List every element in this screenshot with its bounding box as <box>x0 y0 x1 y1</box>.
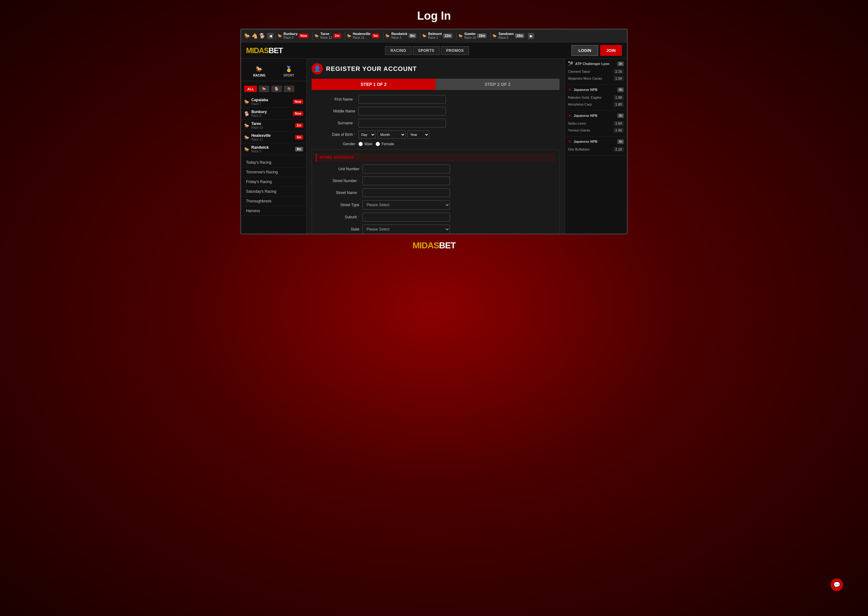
sidebar-link-harness[interactable]: Harness <box>241 206 306 216</box>
suburb-label: Suburb * <box>316 215 359 219</box>
surname-label: Surname * <box>312 121 355 125</box>
race-bar-prev[interactable]: ◀ <box>267 33 274 39</box>
nav-promos[interactable]: Promos <box>441 46 469 55</box>
race-item-taree[interactable]: 🐎 Taree Race 12 2m <box>312 31 343 40</box>
sidebar-link-saturdays-racing[interactable]: Saturday's Racing <box>241 187 306 196</box>
race-item-gawler[interactable]: 🐎 Gawler Race 10 15m <box>456 31 488 40</box>
npb2-name: Japanese NPB <box>573 114 597 118</box>
npb3-time: 4h <box>617 139 624 144</box>
capalaba-badge: Now <box>293 99 303 104</box>
sidebar-link-todays-racing[interactable]: Today's Racing <box>241 158 306 167</box>
right-panel: 🎾 ATP Challenger Lyon 3h Clement Tabur 2… <box>564 59 627 234</box>
odds-row-hiroshima: Hiroshima Carp 1.80 <box>568 101 624 108</box>
unit-number-label: Unit Number <box>316 167 359 171</box>
dob-row: Day 12345 678910 1112131415 1617181920 2… <box>359 130 446 139</box>
registration-form-area: 👤 REGISTER YOUR ACCOUNT Step 1 of 2 Step… <box>307 59 564 234</box>
street-type-select[interactable]: Please Select StreetAvenueRoad DrivePlac… <box>362 200 450 210</box>
state-select[interactable]: Please Select ACTNSWNTQLD SATASVICWA <box>362 225 450 234</box>
rakuten-name: Rakuten Gold. Eagles <box>568 96 602 99</box>
sidebar-race-capalaba[interactable]: 🐎 Capalaba Race 7 Now <box>241 96 306 108</box>
baseball-icon-3: ✕ <box>568 139 572 144</box>
odds-row-yomiuri: Yomiuri Giants 1.46 <box>568 127 624 134</box>
race-item-sandown[interactable]: 🐎 Sandown Race 5 18m <box>490 31 526 40</box>
surname-group: Surname * <box>312 119 559 127</box>
sidebar-race-taree[interactable]: 🐎 Taree Race 12 2m <box>241 119 306 132</box>
healesville-icon: 🐎 <box>244 135 249 140</box>
race-badge-2m: 2m <box>334 33 341 38</box>
gender-female-option: Female <box>376 142 394 146</box>
middle-name-input[interactable] <box>359 107 446 116</box>
nav-sports[interactable]: Sports <box>413 46 440 55</box>
taree-icon: 🐎 <box>244 123 249 128</box>
suburb-input[interactable] <box>362 213 450 222</box>
horse-racing-icon-5: 🐎 <box>422 34 427 38</box>
seibu-odds[interactable]: 2.64 <box>614 121 624 126</box>
dob-label: Date of Birth * <box>312 132 355 137</box>
login-button[interactable]: LOGIN <box>571 45 598 56</box>
dob-month-select[interactable]: Month JanuaryFebruaryMarch AprilMayJune … <box>378 130 406 139</box>
nav-racing[interactable]: Racing <box>385 46 411 55</box>
page-title: Log In <box>417 9 451 22</box>
join-button[interactable]: JOIN <box>600 45 622 56</box>
alejandro-odds[interactable]: 1.59 <box>614 76 624 81</box>
street-name-input[interactable] <box>362 189 450 197</box>
sidebar-links: Today's Racing Tomorrow's Racing Friday'… <box>241 158 306 216</box>
orix-name: Orix Buffaloes <box>568 148 589 151</box>
race-item-bunbury[interactable]: 🐎 Bunbury Race 3 Now <box>276 31 310 40</box>
bunbury-icon: 🐕 <box>244 111 249 116</box>
sidebar-link-thoroughbreds[interactable]: Thoroughbreds <box>241 196 306 206</box>
npb1-time: 4h <box>617 88 624 92</box>
yomiuri-name: Yomiuri Giants <box>568 128 590 132</box>
home-address-label: HOME ADDRESS <box>316 153 555 162</box>
racing-tab-label: Racing <box>253 74 265 77</box>
npb2-time: 4h <box>617 113 624 118</box>
sidebar: 🐎 Racing 🏅 Sport ALL 🐎 🐕 🏇 🐎 Capa <box>241 59 307 234</box>
tennis-icon: 🎾 <box>568 61 573 66</box>
race-item-randwick[interactable]: 🐎 Randwick Race 3 8m <box>383 31 418 40</box>
filter-dog-button[interactable]: 🐕 <box>271 86 282 92</box>
sidebar-tab-racing[interactable]: 🐎 Racing <box>250 64 268 79</box>
dob-day-select[interactable]: Day 12345 678910 1112131415 1617181920 2… <box>359 130 376 139</box>
baseball-icon-1: ✕ <box>568 87 572 92</box>
sidebar-tab-sport[interactable]: 🏅 Sport <box>280 64 297 79</box>
race-bar-type-icons: 🐎 🐴 🐕 <box>244 33 265 39</box>
sidebar-race-healesville[interactable]: 🐎 Healesville Race 11 5m <box>241 132 306 143</box>
street-number-input[interactable] <box>362 176 450 185</box>
randwick-icon: 🐎 <box>244 147 249 152</box>
race-bar-next[interactable]: ▶ <box>528 33 534 39</box>
hiroshima-odds[interactable]: 1.80 <box>614 102 624 107</box>
filter-all-button[interactable]: ALL <box>244 86 257 92</box>
chat-button[interactable]: 💬 <box>830 578 843 591</box>
unit-number-input[interactable] <box>362 165 450 173</box>
register-icon: 👤 <box>312 63 323 74</box>
clement-tabur-odds[interactable]: 2.16 <box>614 69 624 74</box>
rakuten-odds[interactable]: 1.98 <box>614 95 624 100</box>
step-1-tab[interactable]: Step 1 of 2 <box>312 79 436 90</box>
filter-horse-button[interactable]: 🐎 <box>259 86 269 92</box>
sidebar-race-bunbury[interactable]: 🐕 Bunbury Race 3 Now <box>241 108 306 119</box>
filter-row: ALL 🐎 🐕 🏇 <box>241 84 306 94</box>
filter-harness-button[interactable]: 🏇 <box>284 86 295 92</box>
race-item-belmont[interactable]: 🐎 Belmont Race 1 12m <box>420 31 454 40</box>
orix-odds[interactable]: 2.10 <box>614 147 624 152</box>
first-name-input[interactable] <box>359 95 446 104</box>
sidebar-race-randwick[interactable]: 🐎 Randwick Race 3 8m <box>241 143 306 155</box>
horse-racing-icon-7: 🐎 <box>492 34 497 38</box>
racing-tab-icon: 🐎 <box>256 66 263 72</box>
sidebar-link-tomorrows-racing[interactable]: Tomorrow's Racing <box>241 167 306 177</box>
sport-event-npb-2: ✕ Japanese NPB 4h Seibu Lions 2.64 Yomiu… <box>565 111 627 137</box>
gender-male-radio[interactable] <box>359 142 363 146</box>
horse-racing-icon-6: 🐎 <box>458 34 463 38</box>
surname-input[interactable] <box>359 119 446 127</box>
nav-buttons: LOGIN JOIN <box>571 45 622 56</box>
dob-year-select[interactable]: Year 2005200420032002 2001200019991998 1… <box>407 130 429 139</box>
baseball-icon-2: ✕ <box>568 113 572 118</box>
yomiuri-odds[interactable]: 1.46 <box>614 128 624 133</box>
horse-racing-icon: 🐎 <box>277 34 282 38</box>
race-item-healesville[interactable]: 🐎 Healesville Race 11 5m <box>345 31 381 40</box>
step-2-tab[interactable]: Step 2 of 2 <box>436 79 559 90</box>
sidebar-link-fridays-racing[interactable]: Friday's Racing <box>241 177 306 187</box>
odds-row-clement: Clement Tabur 2.16 <box>568 68 624 75</box>
gender-female-radio[interactable] <box>376 142 380 146</box>
sport-event-atp: 🎾 ATP Challenger Lyon 3h Clement Tabur 2… <box>565 59 627 85</box>
